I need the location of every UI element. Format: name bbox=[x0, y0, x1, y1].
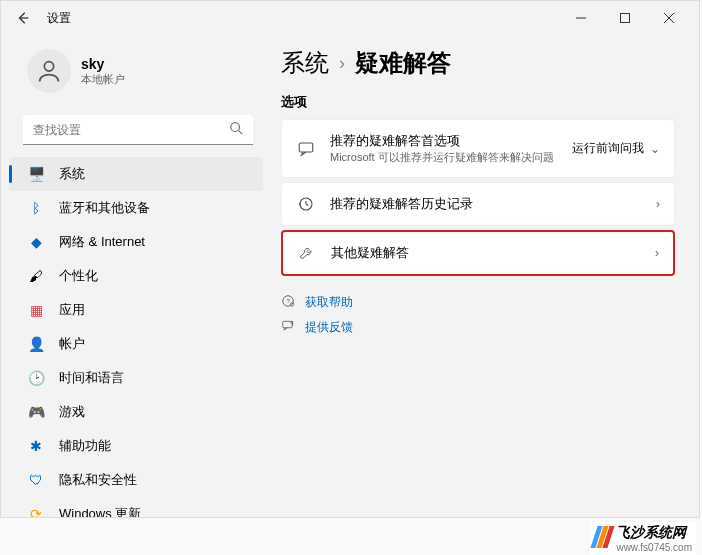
feedback-link[interactable]: 提供反馈 bbox=[281, 319, 675, 336]
nav-item[interactable]: ⟳Windows 更新 bbox=[1, 497, 271, 517]
feedback-icon bbox=[281, 319, 297, 336]
chat-icon bbox=[296, 140, 316, 158]
nav-item-label: 帐户 bbox=[59, 335, 85, 353]
section-label: 选项 bbox=[281, 93, 675, 111]
settings-window: 设置 sky 本地帐户 🖥️系统ᛒ蓝牙和其他设备◆网络 bbox=[0, 0, 700, 518]
nav-item[interactable]: 🛡隐私和安全性 bbox=[1, 463, 271, 497]
link-label: 提供反馈 bbox=[305, 319, 353, 336]
chevron-right-icon: › bbox=[656, 197, 660, 211]
card-other-troubleshoot: 其他疑难解答 › bbox=[281, 230, 675, 276]
nav-item-label: Windows 更新 bbox=[59, 505, 141, 517]
person-icon bbox=[35, 57, 63, 85]
history-icon bbox=[296, 195, 316, 213]
breadcrumb: 系统 › 疑难解答 bbox=[281, 47, 675, 79]
nav-item[interactable]: 🕑时间和语言 bbox=[1, 361, 271, 395]
search-input[interactable] bbox=[23, 115, 253, 145]
row-subtitle: Microsoft 可以推荐并运行疑难解答来解决问题 bbox=[330, 150, 572, 165]
system-icon: 🖥️ bbox=[27, 165, 45, 183]
svg-point-5 bbox=[231, 123, 240, 132]
nav-item[interactable]: ◆网络 & Internet bbox=[1, 225, 271, 259]
nav-item-label: 网络 & Internet bbox=[59, 233, 145, 251]
nav-item-label: 系统 bbox=[59, 165, 85, 183]
help-links: ? 获取帮助 提供反馈 bbox=[281, 294, 675, 336]
chevron-right-icon: › bbox=[339, 53, 345, 74]
nav-item[interactable]: 🎮游戏 bbox=[1, 395, 271, 429]
bluetooth-icon: ᛒ bbox=[27, 199, 45, 217]
main-content: 系统 › 疑难解答 选项 推荐的疑难解答首选项 Microsoft 可以推荐并运… bbox=[271, 35, 699, 517]
link-label: 获取帮助 bbox=[305, 294, 353, 311]
nav-item[interactable]: ᛒ蓝牙和其他设备 bbox=[1, 191, 271, 225]
nav-item-label: 游戏 bbox=[59, 403, 85, 421]
help-icon: ? bbox=[281, 294, 297, 311]
nav-item[interactable]: ✱辅助功能 bbox=[1, 429, 271, 463]
avatar bbox=[27, 49, 71, 93]
close-button[interactable] bbox=[647, 3, 691, 33]
titlebar: 设置 bbox=[1, 1, 699, 35]
svg-line-6 bbox=[239, 131, 243, 135]
search-box bbox=[23, 115, 253, 145]
user-profile[interactable]: sky 本地帐户 bbox=[1, 41, 271, 107]
watermark-url: www.fs0745.com bbox=[616, 542, 692, 553]
nav-item-label: 辅助功能 bbox=[59, 437, 111, 455]
dropdown-label: 运行前询问我 bbox=[572, 140, 644, 157]
wrench-icon bbox=[297, 244, 317, 262]
personalize-icon: 🖌 bbox=[27, 267, 45, 285]
sidebar: sky 本地帐户 🖥️系统ᛒ蓝牙和其他设备◆网络 & Internet🖌个性化▦… bbox=[1, 35, 271, 517]
nav-item[interactable]: 👤帐户 bbox=[1, 327, 271, 361]
svg-point-4 bbox=[44, 62, 53, 71]
breadcrumb-current: 疑难解答 bbox=[355, 47, 451, 79]
gaming-icon: 🎮 bbox=[27, 403, 45, 421]
update-icon: ⟳ bbox=[27, 505, 45, 517]
back-button[interactable] bbox=[9, 4, 37, 32]
row-history[interactable]: 推荐的疑难解答历史记录 › bbox=[282, 183, 674, 225]
nav-item[interactable]: 🖥️系统 bbox=[9, 157, 263, 191]
svg-rect-1 bbox=[621, 14, 630, 23]
minimize-button[interactable] bbox=[559, 3, 603, 33]
row-other-troubleshoot[interactable]: 其他疑难解答 › bbox=[283, 232, 673, 274]
svg-rect-12 bbox=[283, 321, 292, 327]
time-icon: 🕑 bbox=[27, 369, 45, 387]
user-type: 本地帐户 bbox=[81, 72, 125, 87]
accounts-icon: 👤 bbox=[27, 335, 45, 353]
row-title: 推荐的疑难解答历史记录 bbox=[330, 195, 656, 213]
nav-item[interactable]: ▦应用 bbox=[1, 293, 271, 327]
chevron-down-icon: ⌄ bbox=[650, 142, 660, 156]
accessibility-icon: ✱ bbox=[27, 437, 45, 455]
watermark: 飞沙系统网 www.fs0745.com bbox=[590, 522, 696, 555]
privacy-icon: 🛡 bbox=[27, 471, 45, 489]
close-icon bbox=[664, 13, 674, 23]
row-title: 其他疑难解答 bbox=[331, 244, 655, 262]
search-icon bbox=[229, 121, 243, 139]
chevron-right-icon: › bbox=[655, 246, 659, 260]
watermark-logo-icon bbox=[594, 526, 612, 551]
nav-item-label: 个性化 bbox=[59, 267, 98, 285]
maximize-button[interactable] bbox=[603, 3, 647, 33]
nav-item-label: 应用 bbox=[59, 301, 85, 319]
card-history: 推荐的疑难解答历史记录 › bbox=[281, 182, 675, 226]
nav-list: 🖥️系统ᛒ蓝牙和其他设备◆网络 & Internet🖌个性化▦应用👤帐户🕑时间和… bbox=[1, 157, 271, 517]
nav-item-label: 蓝牙和其他设备 bbox=[59, 199, 150, 217]
apps-icon: ▦ bbox=[27, 301, 45, 319]
user-name: sky bbox=[81, 56, 125, 72]
maximize-icon bbox=[620, 13, 630, 23]
row-title: 推荐的疑难解答首选项 bbox=[330, 132, 572, 150]
dropdown-ask-before-run[interactable]: 运行前询问我 ⌄ bbox=[572, 140, 660, 157]
svg-rect-7 bbox=[299, 143, 313, 152]
breadcrumb-parent[interactable]: 系统 bbox=[281, 47, 329, 79]
minimize-icon bbox=[576, 13, 586, 23]
get-help-link[interactable]: ? 获取帮助 bbox=[281, 294, 675, 311]
card-recommend-preference: 推荐的疑难解答首选项 Microsoft 可以推荐并运行疑难解答来解决问题 运行… bbox=[281, 119, 675, 178]
nav-item-label: 时间和语言 bbox=[59, 369, 124, 387]
window-title: 设置 bbox=[47, 10, 71, 27]
network-icon: ◆ bbox=[27, 233, 45, 251]
nav-item[interactable]: 🖌个性化 bbox=[1, 259, 271, 293]
svg-text:?: ? bbox=[286, 298, 290, 304]
arrow-left-icon bbox=[16, 11, 30, 25]
row-recommend-preference[interactable]: 推荐的疑难解答首选项 Microsoft 可以推荐并运行疑难解答来解决问题 运行… bbox=[282, 120, 674, 177]
nav-item-label: 隐私和安全性 bbox=[59, 471, 137, 489]
watermark-name: 飞沙系统网 bbox=[616, 524, 686, 540]
